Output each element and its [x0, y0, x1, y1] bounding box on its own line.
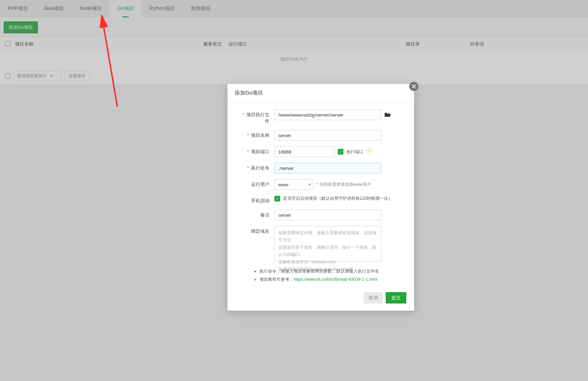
label-remark: 备注: [238, 210, 274, 218]
note-line-2: 项目教程可参考：https://www.bt.cn/bbs/thread-930…: [260, 275, 403, 284]
label-cmd: 执行命令: [238, 163, 274, 171]
label-exec-file: 项目执行文件: [238, 109, 274, 124]
tutorial-link[interactable]: https://www.bt.cn/bbs/thread-93034-1-1.h…: [294, 277, 377, 282]
run-user-select[interactable]: www: [274, 179, 314, 190]
note-prefix: 项目教程可参考：: [260, 277, 294, 282]
help-icon[interactable]: ?: [366, 149, 372, 155]
autostart-checkbox[interactable]: ✓: [274, 196, 280, 202]
label-port: 项目端口: [238, 146, 274, 155]
release-port-checkbox[interactable]: ✓: [338, 149, 343, 155]
modal-title: 添加Go项目: [228, 84, 414, 102]
submit-button[interactable]: 提交: [386, 292, 406, 304]
remark-input[interactable]: [274, 210, 381, 220]
label-user: 运行用户: [238, 179, 274, 188]
note-line-1: 执行命令：请输入项目需要携带的参数，默认请输入执行文件名: [260, 267, 403, 275]
domain-textarea[interactable]: 如果需要绑定外网，请输入需要绑定的域名，该选项可为空 如需填写多个域名，请换行填…: [274, 226, 381, 262]
cancel-button[interactable]: 取消: [364, 292, 383, 304]
run-user-value: www: [278, 182, 288, 187]
autostart-desc: 是否开启启动项目（默认自带守护进程每120秒检测一次）: [283, 195, 392, 202]
folder-icon[interactable]: [384, 112, 391, 118]
user-hint: * 无特殊需求请选择www用户: [316, 182, 371, 188]
project-name-input[interactable]: [274, 130, 381, 141]
label-autostart: 开机启动: [238, 195, 274, 204]
release-port-label: 放行端口: [346, 149, 363, 155]
close-icon[interactable]: [409, 82, 418, 91]
exec-file-input[interactable]: [274, 109, 381, 120]
label-project-name: 项目名称: [238, 130, 274, 139]
chevron-down-icon: [308, 184, 311, 186]
label-domain: 绑定域名: [238, 226, 274, 235]
add-go-project-modal: 添加Go项目 项目执行文件 项目名称 项目端口 ✓ 放行端口 ?: [228, 84, 414, 311]
port-input[interactable]: [274, 146, 335, 157]
modal-notes: 执行命令：请输入项目需要携带的参数，默认请输入执行文件名 项目教程可参考：htt…: [238, 267, 403, 284]
cmd-input[interactable]: [274, 163, 381, 173]
